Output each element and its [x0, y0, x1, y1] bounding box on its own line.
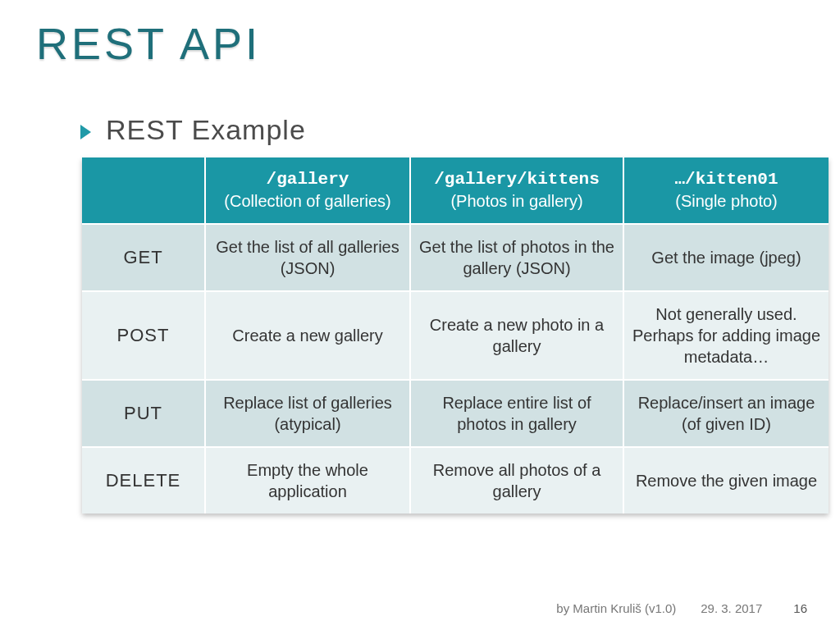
rest-table: /gallery (Collection of galleries) /gall…	[82, 158, 829, 514]
header-mono: …/kitten01	[674, 170, 778, 189]
subhead: REST Example	[80, 114, 809, 146]
method-delete: DELETE	[82, 447, 205, 514]
cell: Create a new gallery	[205, 291, 410, 380]
table-row: DELETE Empty the whole application Remov…	[82, 447, 829, 514]
subhead-text: REST Example	[106, 114, 306, 146]
method-post: POST	[82, 291, 205, 380]
cell: Remove the given image	[623, 447, 829, 514]
footer-page: 16	[787, 601, 807, 615]
cell: Replace/insert an image (of given ID)	[623, 380, 829, 447]
bullet-icon	[80, 125, 91, 139]
cell: Get the list of all galleries (JSON)	[205, 224, 410, 291]
cell: Not generally used. Perhaps for adding i…	[623, 291, 829, 380]
cell: Replace list of galleries (atypical)	[205, 380, 410, 447]
header-kitten01: …/kitten01 (Single photo)	[623, 158, 829, 224]
table-row: GET Get the list of all galleries (JSON)…	[82, 224, 829, 291]
header-sub: (Single photo)	[675, 192, 778, 210]
cell: Get the image (jpeg)	[623, 224, 829, 291]
footer: by Martin Kruliš (v1.0) 29. 3. 2017 16	[556, 601, 807, 615]
table-header-row: /gallery (Collection of galleries) /gall…	[82, 158, 829, 224]
slide: REST API REST Example /gallery (Collecti…	[0, 0, 840, 630]
slide-title: REST API	[36, 18, 809, 69]
cell: Replace entire list of photos in gallery	[410, 380, 623, 447]
method-get: GET	[82, 224, 205, 291]
cell: Get the list of photos in the gallery (J…	[410, 224, 623, 291]
table-row: PUT Replace list of galleries (atypical)…	[82, 380, 829, 447]
footer-author: by Martin Kruliš (v1.0)	[556, 601, 676, 615]
method-put: PUT	[82, 380, 205, 447]
header-sub: (Photos in gallery)	[450, 192, 582, 210]
table-row: POST Create a new gallery Create a new p…	[82, 291, 829, 380]
cell: Empty the whole application	[205, 447, 410, 514]
cell: Remove all photos of a gallery	[410, 447, 623, 514]
cell: Create a new photo in a gallery	[410, 291, 623, 380]
header-mono: /gallery	[267, 170, 349, 189]
header-blank	[82, 158, 205, 224]
header-sub: (Collection of galleries)	[224, 192, 390, 210]
header-mono: /gallery/kittens	[434, 170, 600, 189]
header-gallery-kittens: /gallery/kittens (Photos in gallery)	[410, 158, 623, 224]
header-gallery: /gallery (Collection of galleries)	[205, 158, 410, 224]
footer-date: 29. 3. 2017	[701, 601, 762, 615]
